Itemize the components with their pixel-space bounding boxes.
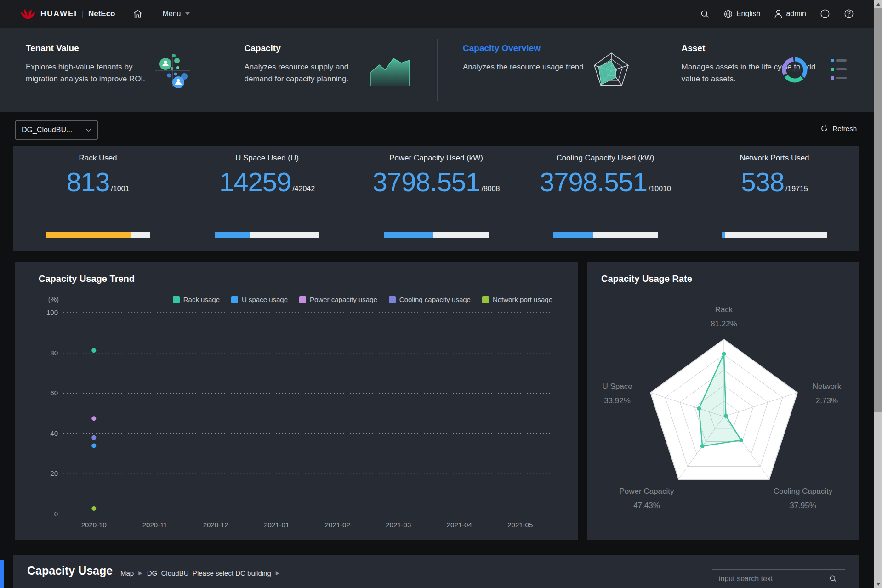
area-chart-icon [368, 53, 412, 87]
menu-button[interactable]: Menu [162, 10, 190, 18]
card-title: Asset [682, 43, 856, 53]
svg-text:Cooling Capacity: Cooling Capacity [774, 487, 833, 496]
stat-total: /1001 [111, 185, 129, 193]
legend-item-power-usage[interactable]: Power capacity usage [299, 296, 377, 303]
refresh-label: Refresh [832, 125, 857, 132]
language-selector[interactable]: English [723, 9, 760, 19]
legend-swatch [389, 296, 396, 303]
blue-accent-strip [0, 560, 4, 588]
top-nav: HUAWEI | NetEco Menu English admin [0, 0, 874, 28]
search-icon[interactable] [700, 9, 710, 19]
svg-text:33.92%: 33.92% [604, 396, 631, 405]
home-icon[interactable] [132, 9, 143, 19]
search-icon [829, 574, 837, 583]
legend-swatch [482, 296, 489, 303]
globe-icon [723, 9, 733, 19]
legend-item-uspace-usage[interactable]: U space usage [231, 296, 288, 303]
svg-text:2021-01: 2021-01 [264, 521, 289, 529]
svg-text:81.22%: 81.22% [711, 320, 737, 328]
legend-swatch [173, 296, 180, 303]
feature-cards-row: Tenant Value Explores high-value tenants… [0, 28, 874, 112]
svg-text:(%): (%) [48, 295, 59, 303]
card-asset[interactable]: Asset Manages assets in the life cycle t… [656, 28, 875, 112]
stat-value: 14259 [219, 166, 291, 197]
card-title: Capacity [245, 43, 419, 53]
brand: HUAWEI [20, 8, 77, 20]
page-scrollbar [874, 0, 882, 588]
stat-value: 3798.551 [373, 166, 480, 197]
breadcrumb-map[interactable]: Map [120, 569, 134, 577]
legend-swatch [299, 296, 306, 303]
menu-label: Menu [162, 10, 181, 18]
bubble-scatter-icon [152, 50, 194, 90]
stat-label: Cooling Capacity Used (kW) [556, 154, 654, 163]
progress-bar [722, 232, 827, 238]
svg-text:2.73%: 2.73% [816, 396, 838, 405]
card-description: Explores high-value tenants by migration… [26, 61, 160, 86]
svg-text:100: 100 [46, 308, 58, 316]
scrollbar-thumb[interactable] [874, 8, 882, 412]
svg-text:20: 20 [50, 469, 58, 477]
card-tenant-value[interactable]: Tenant Value Explores high-value tenants… [0, 28, 219, 112]
trend-title: Capacity Usage Trend [39, 274, 135, 284]
svg-text:2020-12: 2020-12 [203, 521, 228, 529]
capacity-usage-trend-panel: Capacity Usage Trend Rack usage U space … [15, 262, 578, 540]
help-icon[interactable] [844, 9, 854, 19]
card-description: Analyzes the resource usage trend. [463, 61, 597, 73]
product-name: NetEco [88, 9, 115, 18]
stat-cooling-used: Cooling Capacity Used (kW) 3798.551 /100… [521, 146, 690, 251]
language-label: English [736, 10, 760, 18]
search-button[interactable] [821, 570, 845, 588]
svg-text:2021-05: 2021-05 [507, 521, 533, 529]
huawei-logo-icon [20, 8, 36, 20]
brand-separator: | [82, 10, 84, 18]
radar-pentagon-icon [592, 51, 631, 89]
user-label: admin [786, 10, 806, 18]
legend-label: Rack usage [183, 296, 220, 303]
stat-total: /8008 [481, 185, 500, 193]
trend-legend: Rack usage U space usage Power capacity … [173, 296, 552, 303]
radar-chart: Rack81.22%Network2.73%Cooling Capacity37… [587, 262, 859, 540]
donut-chart-icon: 44% [780, 55, 849, 85]
dc-selector[interactable]: DG_CloudBU... [15, 120, 98, 140]
stat-uspace-used: U Space Used (U) 14259 /42042 [182, 146, 352, 251]
radar-title: Capacity Usage Rate [601, 274, 692, 284]
user-icon [774, 9, 783, 18]
section-title: Capacity Usage [27, 564, 113, 577]
progress-bar [384, 232, 489, 238]
legend-item-rack-usage[interactable]: Rack usage [173, 296, 220, 303]
legend-item-cooling-usage[interactable]: Cooling capacity usage [389, 296, 471, 303]
progress-bar [46, 232, 150, 238]
legend-label: Power capacity usage [310, 296, 377, 303]
scroll-up-arrow[interactable] [874, 0, 882, 8]
legend-item-network-usage[interactable]: Network port usage [482, 296, 552, 303]
svg-text:2020-11: 2020-11 [142, 521, 167, 529]
svg-text:0: 0 [54, 510, 58, 518]
stat-value: 3798.551 [540, 166, 647, 197]
card-capacity-overview[interactable]: Capacity Overview Analyzes the resource … [437, 28, 656, 112]
stat-value: 813 [67, 166, 110, 197]
info-icon[interactable] [820, 9, 830, 19]
svg-text:Rack: Rack [715, 305, 733, 314]
legend-label: Network port usage [493, 296, 552, 303]
svg-text:60: 60 [50, 389, 58, 397]
svg-text:2021-03: 2021-03 [386, 521, 411, 529]
search-input[interactable] [712, 570, 821, 588]
stat-label: Rack Used [79, 154, 117, 163]
breadcrumb-arrow-icon: ▶ [138, 570, 142, 576]
refresh-button[interactable]: Refresh [820, 125, 857, 132]
chevron-down-icon [185, 12, 190, 16]
stat-total: /19715 [785, 185, 808, 193]
brand-name: HUAWEI [40, 9, 77, 18]
scroll-down-arrow[interactable] [874, 580, 882, 588]
breadcrumb-dc-building[interactable]: DG_CloudBU_Please select DC building [147, 569, 271, 577]
stat-total: /42042 [292, 185, 315, 193]
card-capacity[interactable]: Capacity Analyzes resource supply and de… [219, 28, 438, 112]
svg-text:2020-10: 2020-10 [81, 521, 107, 529]
stat-rack-used: Rack Used 813 /1001 [13, 146, 182, 251]
user-menu[interactable]: admin [774, 9, 806, 18]
card-description: Analyzes resource supply and demand for … [245, 61, 379, 86]
stat-power-used: Power Capacity Used (kW) 3798.551 /8008 [352, 146, 521, 251]
breadcrumb-arrow-icon: ▶ [276, 570, 279, 576]
stat-value: 538 [741, 166, 784, 197]
